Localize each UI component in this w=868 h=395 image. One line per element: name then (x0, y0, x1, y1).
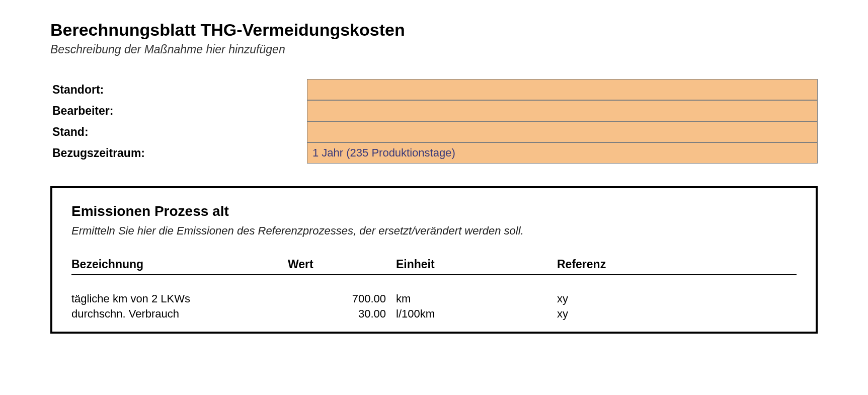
meta-row-standort: Standort: (50, 79, 818, 100)
meta-row-bearbeiter: Bearbeiter: (50, 100, 818, 121)
col-header-bezeichnung: Bezeichnung (71, 258, 288, 275)
data-table: Bezeichnung Wert Einheit Referenz täglic… (71, 258, 797, 322)
table-row: tägliche km von 2 LKWs 700.00 km xy (71, 291, 797, 306)
meta-input-bearbeiter[interactable] (307, 100, 818, 121)
meta-label: Standort: (50, 79, 307, 100)
meta-label: Bearbeiter: (50, 100, 307, 121)
cell-referenz: xy (557, 291, 797, 306)
table-row: durchschn. Verbrauch 30.00 l/100km xy (71, 306, 797, 322)
section-desc: Ermitteln Sie hier die Emissionen des Re… (71, 224, 797, 238)
meta-input-stand[interactable] (307, 121, 818, 142)
page-subtitle: Beschreibung der Maßnahme hier hinzufüge… (50, 43, 818, 56)
meta-label: Bezugszeitraum: (50, 142, 307, 164)
cell-einheit: km (396, 291, 557, 306)
cell-wert: 30.00 (288, 306, 396, 322)
cell-wert: 700.00 (288, 291, 396, 306)
cell-bezeichnung: durchschn. Verbrauch (71, 306, 288, 322)
cell-einheit: l/100km (396, 306, 557, 322)
col-header-referenz: Referenz (557, 258, 797, 275)
meta-input-bezugszeitraum[interactable]: 1 Jahr (235 Produktionstage) (307, 142, 818, 164)
meta-row-bezugszeitraum: Bezugszeitraum: 1 Jahr (235 Produktionst… (50, 142, 818, 164)
meta-label: Stand: (50, 121, 307, 142)
page-title: Berechnungsblatt THG-Vermeidungskosten (50, 20, 818, 40)
section-emissionen-alt: Emissionen Prozess alt Ermitteln Sie hie… (50, 186, 818, 334)
meta-row-stand: Stand: (50, 121, 818, 142)
col-header-einheit: Einheit (396, 258, 557, 275)
meta-section: Standort: Bearbeiter: Stand: Bezugszeitr… (50, 79, 818, 164)
meta-input-standort[interactable] (307, 79, 818, 100)
section-title: Emissionen Prozess alt (71, 203, 797, 219)
cell-bezeichnung: tägliche km von 2 LKWs (71, 291, 288, 306)
cell-referenz: xy (557, 306, 797, 322)
col-header-wert: Wert (288, 258, 396, 275)
